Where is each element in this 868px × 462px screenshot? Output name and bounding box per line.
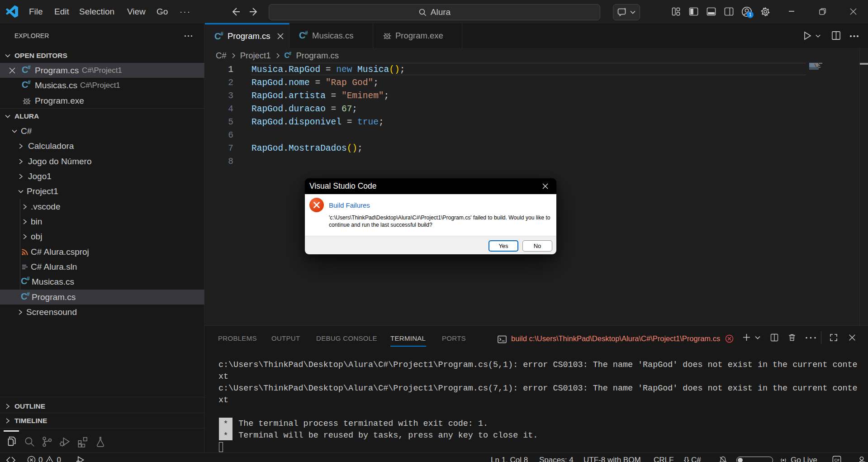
svg-text:C#: C# — [834, 458, 839, 462]
